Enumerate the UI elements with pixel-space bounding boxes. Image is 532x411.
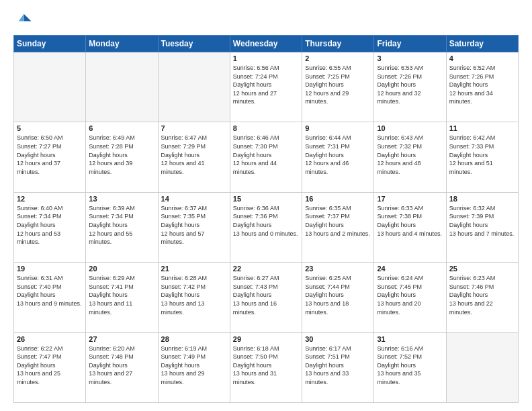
day-number: 12 bbox=[17, 195, 83, 203]
day-number: 28 bbox=[161, 335, 227, 343]
day-info: Sunrise: 6:49 AMSunset: 7:28 PMDaylight … bbox=[89, 134, 154, 176]
week-row-1: 1 Sunrise: 6:56 AMSunset: 7:24 PMDayligh… bbox=[14, 52, 519, 122]
day-info: Sunrise: 6:36 AMSunset: 7:36 PMDaylight … bbox=[233, 204, 299, 238]
day-cell: 27 Sunrise: 6:20 AMSunset: 7:48 PMDaylig… bbox=[86, 332, 158, 402]
week-row-5: 26 Sunrise: 6:22 AMSunset: 7:47 PMDaylig… bbox=[14, 332, 519, 402]
day-number: 25 bbox=[449, 265, 515, 273]
day-cell: 9 Sunrise: 6:44 AMSunset: 7:31 PMDayligh… bbox=[302, 122, 374, 192]
day-cell bbox=[14, 52, 86, 122]
day-cell: 5 Sunrise: 6:50 AMSunset: 7:27 PMDayligh… bbox=[14, 122, 86, 192]
day-number: 1 bbox=[233, 54, 299, 62]
day-info: Sunrise: 6:50 AMSunset: 7:27 PMDaylight … bbox=[17, 134, 83, 176]
day-number: 20 bbox=[89, 265, 154, 273]
day-cell: 26 Sunrise: 6:22 AMSunset: 7:47 PMDaylig… bbox=[14, 332, 86, 402]
weekday-header-thursday: Thursday bbox=[302, 36, 374, 52]
day-cell: 19 Sunrise: 6:31 AMSunset: 7:40 PMDaylig… bbox=[14, 263, 86, 332]
day-info: Sunrise: 6:39 AMSunset: 7:34 PMDaylight … bbox=[89, 204, 154, 246]
day-number: 30 bbox=[305, 335, 371, 343]
day-info: Sunrise: 6:43 AMSunset: 7:32 PMDaylight … bbox=[377, 134, 443, 176]
day-info: Sunrise: 6:52 AMSunset: 7:26 PMDaylight … bbox=[449, 64, 515, 106]
week-row-3: 12 Sunrise: 6:40 AMSunset: 7:34 PMDaylig… bbox=[14, 192, 519, 262]
day-number: 6 bbox=[89, 124, 154, 132]
day-number: 14 bbox=[161, 195, 227, 203]
calendar-table: SundayMondayTuesdayWednesdayThursdayFrid… bbox=[13, 35, 519, 403]
day-info: Sunrise: 6:46 AMSunset: 7:30 PMDaylight … bbox=[233, 134, 299, 176]
day-cell: 3 Sunrise: 6:53 AMSunset: 7:26 PMDayligh… bbox=[374, 52, 446, 122]
day-number: 23 bbox=[305, 265, 371, 273]
day-cell: 29 Sunrise: 6:18 AMSunset: 7:50 PMDaylig… bbox=[230, 332, 302, 402]
day-cell: 18 Sunrise: 6:32 AMSunset: 7:39 PMDaylig… bbox=[446, 192, 518, 262]
day-info: Sunrise: 6:19 AMSunset: 7:49 PMDaylight … bbox=[161, 345, 227, 387]
day-info: Sunrise: 6:24 AMSunset: 7:45 PMDaylight … bbox=[377, 274, 443, 316]
day-info: Sunrise: 6:27 AMSunset: 7:43 PMDaylight … bbox=[233, 274, 299, 316]
svg-marker-1 bbox=[19, 14, 24, 21]
day-number: 21 bbox=[161, 265, 227, 273]
day-info: Sunrise: 6:32 AMSunset: 7:39 PMDaylight … bbox=[449, 204, 515, 238]
day-number: 2 bbox=[305, 54, 371, 62]
day-info: Sunrise: 6:22 AMSunset: 7:47 PMDaylight … bbox=[17, 345, 83, 387]
day-number: 27 bbox=[89, 335, 154, 343]
day-number: 29 bbox=[233, 335, 299, 343]
day-cell: 21 Sunrise: 6:28 AMSunset: 7:42 PMDaylig… bbox=[158, 263, 230, 332]
day-info: Sunrise: 6:56 AMSunset: 7:24 PMDaylight … bbox=[233, 64, 299, 106]
day-number: 5 bbox=[17, 124, 83, 132]
day-info: Sunrise: 6:16 AMSunset: 7:52 PMDaylight … bbox=[377, 345, 443, 387]
day-cell: 14 Sunrise: 6:37 AMSunset: 7:35 PMDaylig… bbox=[158, 192, 230, 262]
day-info: Sunrise: 6:17 AMSunset: 7:51 PMDaylight … bbox=[305, 345, 371, 387]
day-number: 9 bbox=[305, 124, 371, 132]
day-cell: 6 Sunrise: 6:49 AMSunset: 7:28 PMDayligh… bbox=[86, 122, 158, 192]
day-cell: 23 Sunrise: 6:25 AMSunset: 7:44 PMDaylig… bbox=[302, 263, 374, 332]
day-cell: 13 Sunrise: 6:39 AMSunset: 7:34 PMDaylig… bbox=[86, 192, 158, 262]
header bbox=[13, 11, 519, 30]
weekday-header-wednesday: Wednesday bbox=[230, 36, 302, 52]
day-number: 31 bbox=[377, 335, 443, 343]
day-number: 18 bbox=[449, 195, 515, 203]
day-cell: 30 Sunrise: 6:17 AMSunset: 7:51 PMDaylig… bbox=[302, 332, 374, 402]
day-cell: 7 Sunrise: 6:47 AMSunset: 7:29 PMDayligh… bbox=[158, 122, 230, 192]
day-info: Sunrise: 6:55 AMSunset: 7:25 PMDaylight … bbox=[305, 64, 371, 106]
day-cell: 16 Sunrise: 6:35 AMSunset: 7:37 PMDaylig… bbox=[302, 192, 374, 262]
day-cell: 17 Sunrise: 6:33 AMSunset: 7:38 PMDaylig… bbox=[374, 192, 446, 262]
day-number: 16 bbox=[305, 195, 371, 203]
day-cell: 20 Sunrise: 6:29 AMSunset: 7:41 PMDaylig… bbox=[86, 263, 158, 332]
day-cell: 1 Sunrise: 6:56 AMSunset: 7:24 PMDayligh… bbox=[230, 52, 302, 122]
svg-marker-0 bbox=[24, 14, 32, 21]
day-number: 7 bbox=[161, 124, 227, 132]
day-number: 4 bbox=[449, 54, 515, 62]
day-cell: 10 Sunrise: 6:43 AMSunset: 7:32 PMDaylig… bbox=[374, 122, 446, 192]
weekday-header-sunday: Sunday bbox=[14, 36, 86, 52]
day-number: 10 bbox=[377, 124, 443, 132]
day-info: Sunrise: 6:44 AMSunset: 7:31 PMDaylight … bbox=[305, 134, 371, 176]
day-info: Sunrise: 6:28 AMSunset: 7:42 PMDaylight … bbox=[161, 274, 227, 316]
logo bbox=[13, 11, 35, 30]
day-number: 19 bbox=[17, 265, 83, 273]
day-cell: 22 Sunrise: 6:27 AMSunset: 7:43 PMDaylig… bbox=[230, 263, 302, 332]
day-number: 15 bbox=[233, 195, 299, 203]
weekday-header-row: SundayMondayTuesdayWednesdayThursdayFrid… bbox=[14, 36, 519, 52]
day-info: Sunrise: 6:47 AMSunset: 7:29 PMDaylight … bbox=[161, 134, 227, 176]
day-info: Sunrise: 6:25 AMSunset: 7:44 PMDaylight … bbox=[305, 274, 371, 316]
day-info: Sunrise: 6:35 AMSunset: 7:37 PMDaylight … bbox=[305, 204, 371, 238]
day-info: Sunrise: 6:29 AMSunset: 7:41 PMDaylight … bbox=[89, 274, 154, 316]
day-cell: 4 Sunrise: 6:52 AMSunset: 7:26 PMDayligh… bbox=[446, 52, 518, 122]
day-info: Sunrise: 6:18 AMSunset: 7:50 PMDaylight … bbox=[233, 345, 299, 387]
day-info: Sunrise: 6:31 AMSunset: 7:40 PMDaylight … bbox=[17, 274, 83, 308]
day-cell bbox=[446, 332, 518, 402]
day-cell bbox=[86, 52, 158, 122]
day-cell: 31 Sunrise: 6:16 AMSunset: 7:52 PMDaylig… bbox=[374, 332, 446, 402]
day-cell: 28 Sunrise: 6:19 AMSunset: 7:49 PMDaylig… bbox=[158, 332, 230, 402]
week-row-4: 19 Sunrise: 6:31 AMSunset: 7:40 PMDaylig… bbox=[14, 263, 519, 332]
day-number: 13 bbox=[89, 195, 154, 203]
day-number: 24 bbox=[377, 265, 443, 273]
logo-icon bbox=[13, 11, 32, 30]
week-row-2: 5 Sunrise: 6:50 AMSunset: 7:27 PMDayligh… bbox=[14, 122, 519, 192]
page: SundayMondayTuesdayWednesdayThursdayFrid… bbox=[0, 0, 532, 411]
day-cell: 24 Sunrise: 6:24 AMSunset: 7:45 PMDaylig… bbox=[374, 263, 446, 332]
day-cell: 25 Sunrise: 6:23 AMSunset: 7:46 PMDaylig… bbox=[446, 263, 518, 332]
day-number: 26 bbox=[17, 335, 83, 343]
day-info: Sunrise: 6:42 AMSunset: 7:33 PMDaylight … bbox=[449, 134, 515, 176]
day-number: 22 bbox=[233, 265, 299, 273]
day-cell: 12 Sunrise: 6:40 AMSunset: 7:34 PMDaylig… bbox=[14, 192, 86, 262]
weekday-header-monday: Monday bbox=[86, 36, 158, 52]
day-number: 17 bbox=[377, 195, 443, 203]
